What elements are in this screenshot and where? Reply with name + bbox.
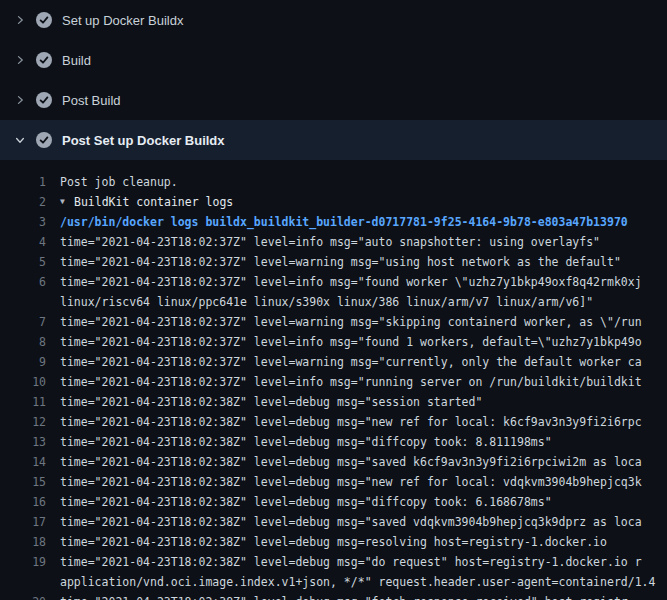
check-circle-icon — [36, 92, 52, 108]
log-line: 12 time="2021-04-23T18:02:38Z" level=deb… — [0, 412, 667, 432]
log-line-text: Post job cleanup. — [46, 172, 178, 192]
log-line: 14 time="2021-04-23T18:02:38Z" level=deb… — [0, 452, 667, 472]
log-line-text: time="2021-04-23T18:02:37Z" level=warnin… — [46, 252, 621, 272]
log-line: 18 time="2021-04-23T18:02:38Z" level=deb… — [0, 532, 667, 552]
check-circle-icon — [36, 12, 52, 28]
log-line-number[interactable]: 1 — [0, 172, 46, 192]
log-line-text: time="2021-04-23T18:02:38Z" level=debug … — [46, 452, 642, 472]
log-line-number[interactable]: 7 — [0, 312, 46, 332]
step-section-label: Set up Docker Buildx — [62, 13, 183, 28]
log-line-number[interactable]: 2 — [0, 192, 46, 212]
log-line-text: time="2021-04-23T18:02:37Z" level=info m… — [46, 372, 642, 392]
log-line: 16 time="2021-04-23T18:02:38Z" level=deb… — [0, 492, 667, 512]
log-area: 1 Post job cleanup. 2 ▼ BuildKit contain… — [0, 160, 667, 600]
log-line: 8 time="2021-04-23T18:02:37Z" level=info… — [0, 332, 667, 352]
log-line: 4 time="2021-04-23T18:02:37Z" level=info… — [0, 232, 667, 252]
log-line-number[interactable]: 6 — [0, 272, 46, 292]
step-section-header[interactable]: Build — [0, 40, 667, 80]
log-line: 5 time="2021-04-23T18:02:37Z" level=warn… — [0, 252, 667, 272]
log-line-text: time="2021-04-23T18:02:38Z" level=debug … — [46, 432, 552, 452]
log-line: 2 ▼ BuildKit container logs — [0, 192, 667, 212]
step-section-header[interactable]: Post Build — [0, 80, 667, 120]
log-line: 13 time="2021-04-23T18:02:38Z" level=deb… — [0, 432, 667, 452]
chevron-right-icon — [14, 54, 26, 66]
group-toggle-icon[interactable]: ▼ — [60, 192, 74, 212]
log-line-text: time="2021-04-23T18:02:38Z" level=debug … — [46, 412, 642, 432]
log-line-text: time="2021-04-23T18:02:37Z" level=info m… — [46, 332, 642, 352]
log-line-text: time="2021-04-23T18:02:37Z" level=warnin… — [46, 352, 642, 372]
log-line: 6 time="2021-04-23T18:02:37Z" level=info… — [0, 272, 667, 312]
log-line-number[interactable]: 9 — [0, 352, 46, 372]
log-line: 17 time="2021-04-23T18:02:38Z" level=deb… — [0, 512, 667, 532]
log-line: 1 Post job cleanup. — [0, 172, 667, 192]
log-line-number[interactable]: 3 — [0, 212, 46, 232]
log-line-text: time="2021-04-23T18:02:37Z" level=info m… — [46, 232, 600, 252]
log-line-number[interactable]: 20 — [0, 592, 46, 600]
log-line: 3 /usr/bin/docker logs buildx_buildkit_b… — [0, 212, 667, 232]
chevron-down-icon — [14, 134, 26, 146]
log-line-number[interactable]: 4 — [0, 232, 46, 252]
log-line-text: time="2021-04-23T18:02:38Z" level=debug … — [46, 532, 607, 552]
log-line-text: time="2021-04-23T18:02:38Z" level=debug … — [46, 552, 655, 592]
log-line-number[interactable]: 18 — [0, 532, 46, 552]
step-section-label: Post Build — [62, 93, 121, 108]
log-line-text: BuildKit container logs — [74, 192, 233, 212]
log-line-text: time="2021-04-23T18:02:38Z" level=debug … — [46, 492, 552, 512]
log-line-text: time="2021-04-23T18:02:38Z" level=debug … — [46, 472, 642, 492]
log-line: 15 time="2021-04-23T18:02:38Z" level=deb… — [0, 472, 667, 492]
log-line-text: time="2021-04-23T18:02:38Z" level=debug … — [46, 512, 642, 532]
log-line-number[interactable]: 5 — [0, 252, 46, 272]
step-sections: Set up Docker Buildx Build Post Buil — [0, 0, 667, 160]
log-line-text: time="2021-04-23T18:02:37Z" level=info m… — [46, 272, 642, 312]
log-line-number[interactable]: 11 — [0, 392, 46, 412]
log-line: 7 time="2021-04-23T18:02:37Z" level=warn… — [0, 312, 667, 332]
step-section-header[interactable]: Set up Docker Buildx — [0, 0, 667, 40]
log-line-number[interactable]: 13 — [0, 432, 46, 452]
log-line-number[interactable]: 17 — [0, 512, 46, 532]
log-line-number[interactable]: 12 — [0, 412, 46, 432]
log-line-text: /usr/bin/docker logs buildx_buildkit_bui… — [46, 212, 628, 232]
step-section-label: Post Set up Docker Buildx — [62, 133, 225, 148]
chevron-right-icon — [14, 14, 26, 26]
log-line-number[interactable]: 15 — [0, 472, 46, 492]
chevron-right-icon — [14, 94, 26, 106]
log-line: 20 time="2021-04-23T18:02:38Z" level=deb… — [0, 592, 667, 600]
log-line-number[interactable]: 10 — [0, 372, 46, 392]
actions-log-viewer: Set up Docker Buildx Build Post Buil — [0, 0, 667, 600]
log-line-number[interactable]: 16 — [0, 492, 46, 512]
log-line: 9 time="2021-04-23T18:02:37Z" level=warn… — [0, 352, 667, 372]
log-line-text: time="2021-04-23T18:02:38Z" level=debug … — [46, 392, 482, 412]
check-circle-icon — [36, 132, 52, 148]
step-section-label: Build — [62, 53, 91, 68]
check-circle-icon — [36, 52, 52, 68]
step-section-header[interactable]: Post Set up Docker Buildx — [0, 120, 667, 160]
log-line-number[interactable]: 14 — [0, 452, 46, 472]
log-line: 10 time="2021-04-23T18:02:37Z" level=inf… — [0, 372, 667, 392]
log-line: 11 time="2021-04-23T18:02:38Z" level=deb… — [0, 392, 667, 412]
log-line-number[interactable]: 8 — [0, 332, 46, 352]
log-line-number[interactable]: 19 — [0, 552, 46, 572]
log-line-text: time="2021-04-23T18:02:38Z" level=debug … — [46, 592, 628, 600]
log-line: 19 time="2021-04-23T18:02:38Z" level=deb… — [0, 552, 667, 592]
log-line-text: time="2021-04-23T18:02:37Z" level=warnin… — [46, 312, 642, 332]
